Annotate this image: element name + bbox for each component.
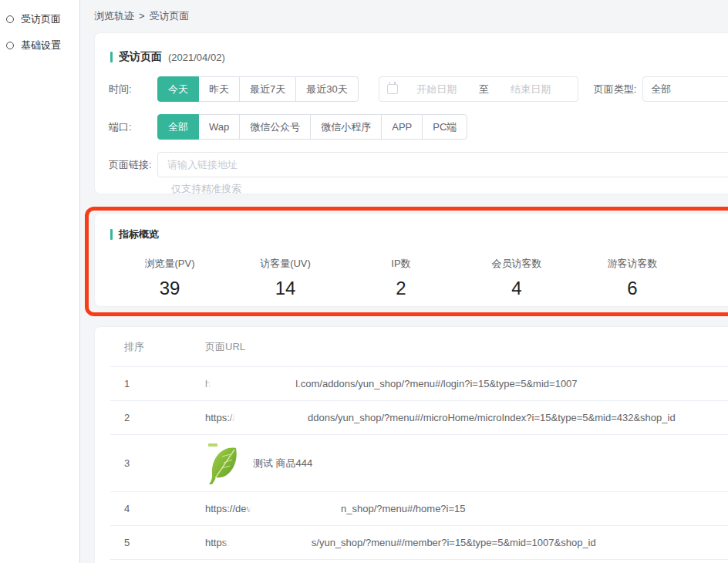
url-prefix: https:// [205, 412, 235, 423]
table-row[interactable]: 1 hl.com/addons/yun_shop/?menu#/login?i=… [110, 367, 728, 401]
table-row[interactable]: 6 https:/es/yun_shop/?menu#/microcomment… [110, 560, 728, 563]
time-option-last7days[interactable]: 最近7天 [239, 76, 296, 102]
url-prefix: https://dev [205, 503, 251, 514]
port-option-pc[interactable]: PC端 [422, 114, 467, 140]
table-header-row: 排序 页面URL [110, 327, 728, 367]
page-type-select[interactable]: 全部 [642, 76, 728, 102]
table-row[interactable]: 4 https://devn_shop/?menu#/home?i=15 [110, 492, 728, 526]
port-option-wap[interactable]: Wap [198, 114, 240, 140]
metric-label: 访客量(UV) [228, 257, 343, 271]
circle-icon [6, 42, 14, 49]
port-option-all[interactable]: 全部 [157, 114, 199, 140]
row-url: https://ddons/yun_shop/?menu#/microHome/… [205, 411, 728, 424]
filter-panel: 受访页面 (2021/04/02) 时间: 今天 昨天 最近7天 最近30天 开… [94, 32, 728, 194]
table-row[interactable]: 5 https:s/yun_shop/?menu#/member?i=15&ty… [110, 526, 728, 560]
product-title: 测试 商品444 [253, 457, 312, 470]
time-option-yesterday[interactable]: 昨天 [198, 76, 240, 102]
time-option-last30days[interactable]: 最近30天 [295, 76, 358, 102]
start-date-placeholder[interactable]: 开始日期 [398, 83, 476, 96]
sidebar-item-visited-pages[interactable]: 受访页面 [0, 6, 79, 32]
row-product: 测试 商品444 [205, 441, 728, 486]
column-header-index: 排序 [110, 340, 205, 354]
search-hint: 仅支持精准搜索 [157, 182, 728, 196]
metric-guest-visitors: 游客访客数 6 [575, 257, 690, 299]
port-label: 端口: [109, 114, 157, 134]
time-button-group: 今天 昨天 最近7天 最近30天 [157, 76, 359, 102]
metric-label: 会员访客数 [459, 257, 575, 271]
breadcrumb-separator: > [139, 10, 145, 22]
sidebar-item-label: 受访页面 [21, 12, 61, 26]
port-option-app[interactable]: APP [381, 114, 423, 140]
metric-ip: IP数 2 [343, 257, 459, 299]
page-type-label: 页面类型: [594, 76, 637, 96]
page-link-label: 页面链接: [109, 152, 157, 172]
metric-value: 4 [459, 278, 575, 299]
page-link-input[interactable] [157, 152, 728, 177]
url-prefix: https: [205, 537, 230, 548]
redaction-blur [210, 377, 296, 390]
redaction-blur [234, 411, 308, 424]
row-index: 2 [110, 412, 205, 423]
sidebar-item-label: 基础设置 [21, 39, 61, 52]
panel-title-date: (2021/04/02) [168, 52, 225, 63]
breadcrumb-parent[interactable]: 浏览轨迹 [94, 10, 134, 22]
viewport: 受访页面 基础设置 浏览轨迹>受访页面 受访页面 (2021/04/02) 时间… [0, 0, 728, 563]
metrics-panel-title: 指标概览 [95, 214, 728, 241]
metric-value: 14 [228, 278, 343, 299]
metric-value: 39 [112, 278, 228, 299]
metric-label: 浏览量(PV) [112, 257, 228, 271]
row-index: 5 [110, 537, 205, 548]
metric-uv: 访客量(UV) 14 [228, 257, 343, 299]
metric-value: 2 [343, 278, 459, 299]
url-suffix: s/yun_shop/?menu#/member?i=15&type=5&mid… [312, 537, 596, 548]
sidebar-item-basic-settings[interactable]: 基础设置 [0, 32, 79, 59]
panel-title-text: 指标概览 [119, 228, 159, 241]
date-range-to-label: 至 [476, 83, 492, 96]
metrics-row: 浏览量(PV) 39 访客量(UV) 14 IP数 2 会员访客数 4 游客访客… [112, 257, 690, 299]
main-content: 浏览轨迹>受访页面 受访页面 (2021/04/02) 时间: 今天 昨天 最近… [81, 0, 728, 563]
title-accent-bar [110, 52, 113, 62]
column-header-url: 页面URL [205, 340, 728, 354]
metric-label: IP数 [343, 257, 459, 271]
calendar-icon [387, 84, 398, 94]
breadcrumb: 浏览轨迹>受访页面 [81, 0, 728, 23]
time-label: 时间: [109, 76, 157, 96]
breadcrumb-current: 受访页面 [150, 10, 190, 22]
url-table-panel: 排序 页面URL 1 hl.com/addons/yun_shop/?menu#… [94, 326, 728, 563]
leaf-product-thumbnail [205, 441, 241, 486]
url-suffix: l.com/addons/yun_shop/?menu#/login?i=15&… [295, 378, 577, 389]
metric-label: 游客访客数 [575, 257, 690, 271]
metric-member-visitors: 会员访客数 4 [459, 257, 575, 299]
port-option-wechat-miniprogram[interactable]: 微信小程序 [310, 114, 382, 140]
page-type-value: 全部 [651, 83, 671, 96]
circle-icon [6, 15, 14, 23]
port-option-wechat-official[interactable]: 微信公众号 [239, 114, 311, 140]
port-button-group: 全部 Wap 微信公众号 微信小程序 APP PC端 [157, 114, 467, 140]
row-url: https://devn_shop/?menu#/home?i=15 [205, 502, 728, 515]
redaction-blur [251, 502, 342, 515]
row-index: 3 [110, 457, 205, 469]
row-url: https:s/yun_shop/?menu#/member?i=15&type… [205, 536, 728, 549]
metrics-panel: 指标概览 浏览量(PV) 39 访客量(UV) 14 IP数 2 会员访客数 4 [94, 213, 728, 307]
url-suffix: n_shop/?menu#/home?i=15 [341, 503, 466, 514]
table-row[interactable]: 2 https://ddons/yun_shop/?menu#/microHom… [110, 401, 728, 435]
row-index: 1 [110, 378, 205, 389]
url-suffix: ddons/yun_shop/?menu#/microHome/microInd… [308, 412, 676, 423]
row-index: 4 [110, 503, 205, 514]
metric-pv: 浏览量(PV) 39 [112, 257, 228, 299]
table-row-product[interactable]: 3 [110, 435, 728, 492]
date-range-picker[interactable]: 开始日期 至 结束日期 [379, 76, 578, 102]
title-accent-bar [110, 229, 113, 240]
page-link-row: 页面链接: [95, 152, 728, 177]
time-option-today[interactable]: 今天 [157, 76, 199, 102]
port-filter-row: 端口: 全部 Wap 微信公众号 微信小程序 APP PC端 [95, 114, 728, 140]
row-url: hl.com/addons/yun_shop/?menu#/login?i=15… [205, 377, 728, 390]
sidebar: 受访页面 基础设置 [0, 0, 80, 563]
filter-panel-title: 受访页面 (2021/04/02) [95, 33, 728, 64]
metric-value: 6 [575, 278, 690, 299]
end-date-placeholder[interactable]: 结束日期 [492, 83, 570, 96]
panel-title-text: 受访页面 [119, 50, 162, 64]
redaction-blur [229, 536, 312, 549]
time-filter-row: 时间: 今天 昨天 最近7天 最近30天 开始日期 至 结束日期 页面类型: 全… [95, 76, 728, 102]
